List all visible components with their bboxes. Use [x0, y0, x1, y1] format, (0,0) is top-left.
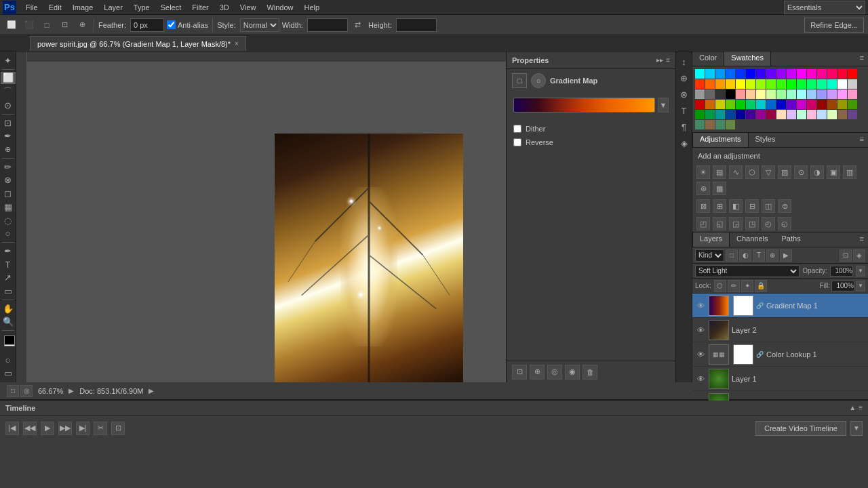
vibrance-adj-icon[interactable]: ▽ — [762, 165, 775, 179]
adj-extra-6[interactable]: ◵ — [778, 217, 791, 230]
swatch-30[interactable] — [837, 79, 847, 89]
levels-adj-icon[interactable]: ▤ — [713, 165, 726, 179]
expand-info[interactable]: ▶ — [68, 387, 74, 394]
swatch-51[interactable] — [726, 100, 735, 109]
swatch-69[interactable] — [746, 110, 755, 119]
swatch-8[interactable] — [776, 69, 786, 79]
quick-select-tool[interactable]: ⊙ — [1, 99, 16, 112]
timeline-back-btn[interactable]: ◀◀ — [23, 422, 37, 435]
threshold-adj-icon[interactable]: ◧ — [729, 199, 743, 213]
swatch-31[interactable] — [848, 79, 857, 89]
swatch-81[interactable] — [705, 120, 715, 129]
properties-expand[interactable]: ▸▸ — [656, 56, 663, 64]
swatch-80[interactable] — [695, 120, 705, 129]
swatch-42[interactable] — [797, 89, 806, 99]
timeline-panel-menu[interactable]: ≡ — [859, 404, 863, 411]
swatch-19[interactable] — [726, 79, 735, 89]
more-info-btn[interactable]: ▶ — [149, 387, 154, 394]
adj-extra-4[interactable]: ◳ — [745, 217, 759, 230]
menu-file[interactable]: File — [20, 2, 43, 13]
swatch-57[interactable] — [787, 100, 796, 109]
swatch-43[interactable] — [807, 89, 816, 99]
lasso-tool[interactable]: ⌒ — [1, 85, 16, 98]
layers-filter-pixel[interactable]: □ — [726, 249, 738, 262]
pen-tool[interactable]: ✒ — [1, 245, 16, 258]
clone-tool[interactable]: ⊗ — [1, 174, 16, 187]
colorbalance-adj-icon[interactable]: ⊙ — [794, 165, 808, 179]
eraser-tool[interactable]: ◻ — [1, 187, 16, 200]
lock-paint[interactable]: ✏ — [728, 280, 740, 292]
crop-tool[interactable]: ⊡ — [1, 117, 16, 129]
swatch-61[interactable] — [827, 100, 837, 109]
right-tool-1[interactable]: ↕ — [677, 54, 692, 69]
swatch-15[interactable] — [848, 69, 857, 79]
menu-3d[interactable]: 3D — [214, 2, 235, 13]
swatch-21[interactable] — [746, 79, 755, 89]
fill-input[interactable] — [831, 281, 854, 291]
swatch-26[interactable] — [797, 79, 806, 89]
dodge-tool[interactable]: ○ — [1, 227, 16, 240]
layers-tab-paths[interactable]: Paths — [775, 232, 808, 247]
swatch-32[interactable] — [695, 89, 705, 99]
swatch-9[interactable] — [787, 69, 796, 79]
swatch-45[interactable] — [827, 89, 837, 99]
swatch-24[interactable] — [776, 79, 786, 89]
menu-select[interactable]: Select — [155, 2, 187, 13]
menu-view[interactable]: View — [235, 2, 262, 13]
timeline-cut-btn[interactable]: ✂ — [94, 422, 107, 435]
marquee-tool[interactable]: ⬜ — [1, 72, 16, 85]
swatch-14[interactable] — [837, 69, 847, 79]
tool-option-1[interactable]: ⬛ — [22, 18, 37, 33]
reverse-checkbox[interactable] — [513, 138, 521, 146]
photo-adj-icon[interactable]: ▣ — [827, 165, 840, 179]
adj-extra-3[interactable]: ◲ — [729, 217, 743, 230]
swatch-4[interactable] — [736, 69, 745, 79]
layers-filter-type[interactable]: T — [753, 249, 765, 262]
swatches-tab[interactable]: Swatches — [724, 52, 771, 66]
workspace-selector[interactable]: Essentials — [784, 1, 865, 14]
foreground-color[interactable] — [4, 336, 15, 345]
swatch-3[interactable] — [726, 69, 735, 79]
layers-tab-channels[interactable]: Channels — [730, 232, 774, 247]
adj-panel-menu[interactable]: ≡ — [856, 133, 868, 147]
swatch-37[interactable] — [746, 89, 755, 99]
exposure-adj-icon[interactable]: ⬡ — [745, 165, 759, 179]
swatch-78[interactable] — [837, 110, 847, 119]
layers-filter-smart[interactable]: ⊕ — [766, 249, 778, 262]
menu-image[interactable]: Image — [67, 2, 99, 13]
swatch-48[interactable] — [695, 100, 705, 109]
dither-checkbox[interactable] — [513, 125, 521, 133]
swatch-22[interactable] — [756, 79, 766, 89]
swatch-53[interactable] — [746, 100, 755, 109]
swatch-1[interactable] — [705, 69, 715, 79]
blend-mode-select[interactable]: Soft Light — [695, 265, 800, 277]
swatch-16[interactable] — [695, 79, 705, 89]
swatch-13[interactable] — [827, 69, 837, 79]
tool-option-4[interactable]: ⊕ — [75, 18, 90, 33]
timeline-forward-btn[interactable]: ▶▶ — [58, 422, 72, 435]
swatch-60[interactable] — [817, 100, 827, 109]
swatch-76[interactable] — [817, 110, 827, 119]
marquee-tool-option[interactable]: ⬜ — [4, 18, 19, 33]
layers-tab-layers[interactable]: Layers — [692, 232, 730, 247]
swatch-74[interactable] — [797, 110, 806, 119]
color-panel-menu[interactable]: ≡ — [856, 52, 868, 66]
opacity-arrow[interactable]: ▼ — [856, 266, 865, 277]
adj-extra-5[interactable]: ◴ — [762, 217, 775, 230]
swatch-29[interactable] — [827, 79, 837, 89]
swatch-75[interactable] — [807, 110, 816, 119]
swatch-41[interactable] — [787, 89, 796, 99]
layer-2-visibility-eye[interactable]: 👁 — [695, 325, 706, 336]
layers-new-group[interactable]: ⊡ — [840, 249, 852, 262]
color-tab[interactable]: Color — [692, 52, 724, 66]
timeline-end-btn[interactable]: ▶| — [76, 422, 90, 435]
swatch-40[interactable] — [776, 89, 786, 99]
menu-edit[interactable]: Edit — [43, 2, 67, 13]
type-tool[interactable]: T — [1, 258, 16, 271]
swatch-12[interactable] — [817, 69, 827, 79]
menu-layer[interactable]: Layer — [98, 2, 128, 13]
curves-adj-icon[interactable]: ∿ — [729, 165, 743, 179]
refine-edge-button[interactable]: Refine Edge... — [804, 18, 864, 33]
timeline-transition-btn[interactable]: ⊡ — [111, 422, 125, 435]
tool-option-2[interactable]: □ — [39, 18, 54, 33]
